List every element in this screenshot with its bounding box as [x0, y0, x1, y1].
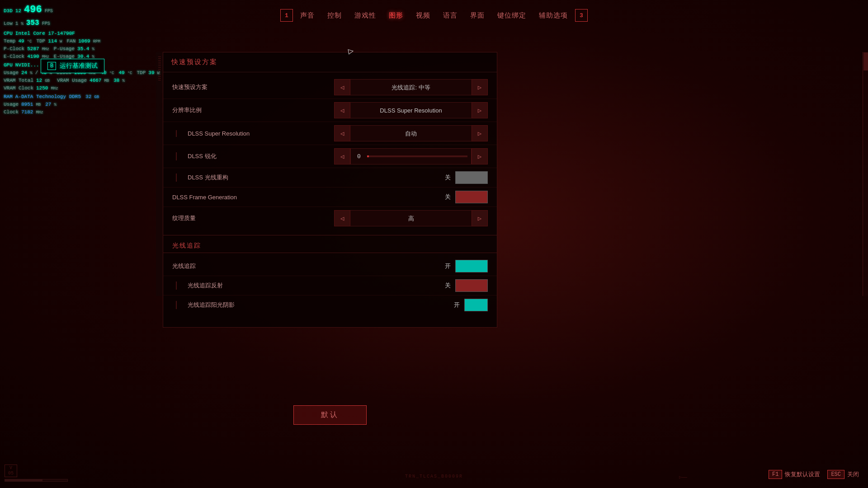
- nav-right-bracket: 3: [575, 9, 588, 22]
- cpu-label: CPU: [4, 30, 13, 38]
- nav-item-gameplay[interactable]: 游戏性: [349, 9, 382, 22]
- preset-prev-btn[interactable]: ◁: [334, 79, 350, 95]
- dlss-recon-toggle[interactable]: [455, 171, 488, 184]
- ram-usage-pct: 27: [45, 101, 51, 108]
- dlss-recon-row: DLSS 光线重构 关: [163, 168, 497, 188]
- raytracing-section-header: 光线追踪: [163, 237, 497, 253]
- benchmark-label: 运行基准测试: [60, 62, 98, 70]
- dlss-resolution-prev-btn[interactable]: ◁: [334, 125, 350, 141]
- gpu-label: GPU: [4, 61, 13, 69]
- gpu-usage-label: Usage: [4, 69, 19, 77]
- raytracing-row: 光线追踪 开: [163, 257, 497, 276]
- bottom-version: V 05: [5, 465, 68, 482]
- rt-shadow-label: 光线追踪阳光阴影: [176, 301, 454, 309]
- restore-key-group: F1 恢复默认设置: [769, 470, 820, 479]
- dlss-frame-toggle-container: 关: [445, 191, 488, 203]
- nav-item-video[interactable]: 视频: [410, 9, 436, 22]
- dlss-resolution-selector: ◁ 自动 ▷: [334, 125, 488, 141]
- nav-left-bracket: 1: [280, 9, 293, 22]
- texture-label: 纹理质量: [172, 214, 334, 222]
- gpu-temp2: 49: [118, 69, 124, 77]
- raytracing-section-content: 光线追踪 开 光线追踪反射 关 光线追踪阳光阴影 开: [163, 253, 497, 318]
- raytracing-toggle[interactable]: [455, 260, 488, 272]
- default-button[interactable]: 默认: [293, 405, 367, 425]
- fps-unit: FPS: [45, 8, 53, 15]
- eclock-label: E-Clock: [4, 53, 24, 61]
- cpu-fan-val: 1069: [78, 38, 90, 45]
- dlss-sharpness-slider[interactable]: 0: [350, 148, 472, 164]
- pclock-val: 5287: [27, 45, 39, 53]
- nav-item-accessibility[interactable]: 辅助选项: [533, 9, 573, 22]
- ram-size: 32: [85, 93, 91, 101]
- nav-item-keybind[interactable]: 键位绑定: [492, 9, 532, 22]
- resolution-selector: ◁ DLSS Super Resolution ▷: [334, 102, 488, 118]
- pusage-label: P-Usage: [54, 45, 75, 53]
- preset-value: 光线追踪: 中等: [350, 79, 472, 95]
- close-key-badge: ESC: [827, 470, 844, 479]
- texture-row: 纹理质量 ◁ 高 ▷: [163, 207, 497, 230]
- nav-item-sound[interactable]: 声音: [295, 9, 320, 22]
- dlss-sharpness-next-btn[interactable]: ▷: [472, 148, 488, 164]
- preset-section-header: 快速预设方案: [163, 52, 497, 72]
- nav-item-graphics[interactable]: 图形: [383, 9, 409, 22]
- d3d-label: D3D: [4, 7, 13, 15]
- raytracing-toggle-container: 开: [445, 260, 488, 272]
- dlss-recon-label: DLSS 光线重构: [176, 174, 445, 182]
- nav-item-language[interactable]: 语言: [438, 9, 463, 22]
- ram-label: RAM: [4, 93, 13, 101]
- low-fps: 353: [26, 18, 39, 29]
- raytracing-label: 光线追踪: [172, 262, 445, 270]
- preset-section-content: 快速预设方案 ◁ 光线追踪: 中等 ▷ 分辨率比例 ◁ DLSS Super R…: [163, 72, 497, 233]
- nav-item-ui[interactable]: 界面: [465, 9, 490, 22]
- bottom-right-arrow: ▷——: [679, 474, 687, 480]
- rt-reflection-off-label: 关: [445, 282, 451, 290]
- raytracing-on-label: 开: [445, 262, 451, 270]
- rt-shadow-toggle[interactable]: [464, 299, 488, 311]
- nav-item-control[interactable]: 控制: [322, 9, 347, 22]
- gpu-usage-val1: 24: [21, 69, 27, 77]
- fps-main: 496: [24, 2, 42, 18]
- ram-clock-val: 7182: [21, 108, 33, 116]
- version-bar: [5, 479, 68, 482]
- section-divider: [163, 235, 497, 235]
- scrollbar-thumb[interactable]: [863, 52, 868, 70]
- texture-next-btn[interactable]: ▷: [472, 210, 488, 226]
- dlss-frame-row: DLSS Frame Generation 关: [163, 188, 497, 207]
- resolution-next-btn[interactable]: ▷: [472, 102, 488, 118]
- resolution-value: DLSS Super Resolution: [350, 102, 472, 118]
- texture-value: 高: [350, 210, 472, 226]
- settings-panel: 快速预设方案 快速预设方案 ◁ 光线追踪: 中等 ▷ 分辨率比例 ◁ DLSS …: [163, 52, 497, 328]
- sharpness-bar-fill: [367, 155, 369, 157]
- cpu-temp-val: 49: [18, 38, 24, 45]
- restore-key-badge: F1: [769, 470, 782, 479]
- benchmark-tooltip: B 运行基准测试: [41, 59, 104, 73]
- texture-prev-btn[interactable]: ◁: [334, 210, 350, 226]
- rt-shadow-on-label: 开: [454, 301, 460, 309]
- dlss-resolution-next-btn[interactable]: ▷: [472, 125, 488, 141]
- benchmark-key: B: [47, 62, 56, 70]
- rt-reflection-label: 光线追踪反射: [176, 282, 445, 290]
- scrollbar-track[interactable]: [863, 52, 868, 296]
- cpu-fan-label: FAN: [66, 38, 75, 45]
- cpu-temp-label: Temp: [4, 38, 15, 45]
- gpu-tdp-val: 39: [148, 69, 154, 77]
- vram-usage-label: VRAM Usage: [57, 77, 87, 84]
- preset-next-btn[interactable]: ▷: [472, 79, 488, 95]
- close-key-group: ESC 关闭: [827, 470, 859, 479]
- low-sym: %: [21, 21, 23, 28]
- preset-label: 快速预设方案: [172, 83, 334, 91]
- cpu-tdp-label: TDP: [36, 38, 45, 45]
- rt-reflection-toggle[interactable]: [455, 279, 488, 292]
- dlss-frame-toggle[interactable]: [455, 191, 488, 203]
- vram-total-val: 12: [36, 77, 42, 84]
- gpu-tdp-label: TDP: [137, 69, 146, 77]
- dlss-sharpness-prev-btn[interactable]: ◁: [334, 148, 350, 164]
- resolution-prev-btn[interactable]: ◁: [334, 102, 350, 118]
- default-btn-area: 默认: [163, 405, 497, 425]
- sharpness-bar-bg: [367, 155, 467, 157]
- ram-name: A-DATA Technology DDR5: [15, 93, 81, 101]
- dlss-resolution-row: DLSS Super Resolution ◁ 自动 ▷: [163, 122, 497, 145]
- dlss-recon-off-label: 关: [445, 174, 451, 182]
- rt-reflection-toggle-container: 关: [445, 279, 488, 292]
- cpu-name: Intel Core i7-14790F: [15, 30, 75, 38]
